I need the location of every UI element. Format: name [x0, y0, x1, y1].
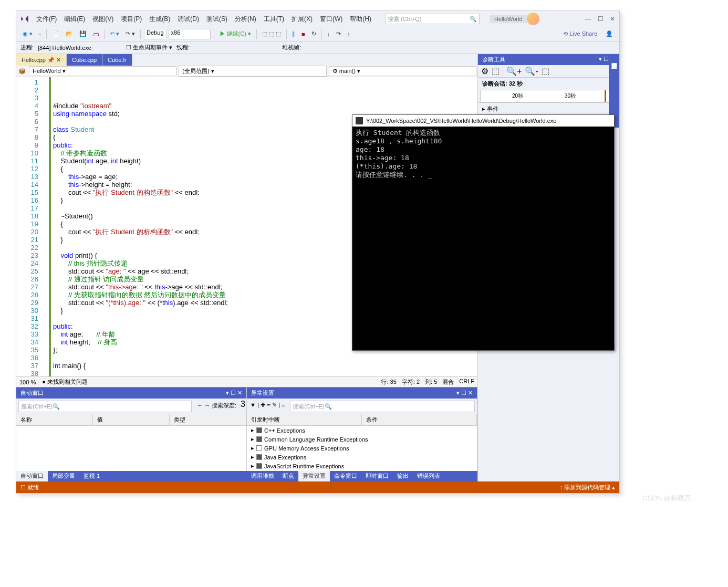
save-all-icon[interactable]: 🗃	[91, 30, 101, 38]
undo-icon[interactable]: ↶ ▾	[108, 29, 121, 38]
panel-controls[interactable]: ▾ ☐ ✕	[226, 390, 242, 396]
exception-search[interactable]: 搜索(Ctrl+E) 🔍	[290, 401, 475, 412]
bottom-tab[interactable]: 错误列表	[413, 471, 444, 481]
column-header[interactable]: 名称	[16, 414, 93, 425]
console-titlebar[interactable]: Y:\002_WorkSpace\002_VS\HelloWorld\Hello…	[352, 115, 614, 127]
column-header[interactable]: 引发时中断	[247, 414, 362, 425]
panel-controls[interactable]: ▾ ☐ ✕	[456, 390, 473, 396]
menu-item[interactable]: 文件(F)	[33, 13, 60, 26]
menu-item[interactable]: 测试(S)	[203, 13, 231, 26]
zoom-level[interactable]: 100 %	[19, 379, 36, 385]
bottom-tab[interactable]: 即时窗口	[361, 471, 393, 481]
menu-item[interactable]: 项目(P)	[118, 13, 145, 26]
file-tab[interactable]: Cube.cpp	[67, 54, 102, 66]
exception-row[interactable]: ▸ Common Language Runtime Exceptions	[247, 435, 477, 444]
config-dropdown[interactable]: Debug	[144, 29, 166, 39]
issues-indicator[interactable]: ● 未找到相关问题	[42, 378, 88, 386]
zoom-out-icon[interactable]: 🔍-	[525, 66, 538, 76]
line-ending[interactable]: CRLF	[459, 378, 474, 386]
feedback-icon[interactable]: 👤	[604, 29, 615, 38]
exception-row[interactable]: ▸ JavaScript Runtime Exceptions	[247, 462, 477, 470]
cursor-line: 行: 35	[381, 378, 396, 386]
pause-icon[interactable]: ‖	[290, 29, 297, 38]
panel-title: 异常设置	[251, 389, 274, 397]
diag-timeline[interactable]: 20秒 30秒	[480, 90, 617, 102]
continue-button[interactable]: ▶ 继续(C) ▾	[217, 29, 253, 39]
menu-item[interactable]: 工具(T)	[261, 13, 287, 26]
nav-forward-icon[interactable]: ◦	[37, 30, 43, 38]
cursor-char: 字符: 2	[402, 378, 420, 386]
debug-step-icons[interactable]: ⬚ ⬚ ⬚	[260, 29, 283, 38]
column-header[interactable]: 类型	[170, 414, 246, 425]
step-over-icon[interactable]: ↷	[334, 29, 343, 38]
save-icon[interactable]: 💾	[77, 29, 89, 38]
gear-icon[interactable]: ⚙	[481, 66, 488, 76]
menu-item[interactable]: 窗口(W)	[317, 13, 346, 26]
file-tab[interactable]: Hello.cpp 📌 ✕	[16, 54, 67, 66]
nav-back-icon[interactable]: ◉ ▾	[20, 29, 35, 38]
statusbar: ☐ 就绪 ↑ 添加到源代码管理 ▴	[16, 481, 619, 493]
file-tabs: Hello.cpp 📌 ✕Cube.cppCube.h	[16, 54, 477, 66]
bottom-tab[interactable]: 自动窗口	[16, 471, 48, 481]
select-tools-icon[interactable]: ⬚	[492, 66, 500, 76]
menu-item[interactable]: 生成(B)	[146, 13, 173, 26]
add-source-control[interactable]: ↑ 添加到源代码管理 ▴	[559, 484, 615, 491]
step-into-icon[interactable]: ↓	[325, 30, 332, 38]
bottom-tab[interactable]: 异常设置	[298, 471, 330, 481]
restart-icon[interactable]: ↻	[309, 29, 318, 38]
indent-mode[interactable]: 混合	[442, 378, 454, 386]
user-avatar[interactable]	[527, 13, 539, 25]
quick-search[interactable]: 搜索 (Ctrl+Q)🔍	[385, 14, 480, 24]
menu-item[interactable]: 帮助(H)	[347, 13, 375, 26]
bottom-tab[interactable]: 调用堆栈	[247, 471, 278, 481]
status-ready: ☐ 就绪	[20, 484, 39, 491]
menu-item[interactable]: 分析(N)	[232, 13, 259, 26]
search-icon: 🔍	[470, 16, 477, 23]
exception-row[interactable]: ▸ Java Exceptions	[247, 453, 477, 462]
platform-dropdown[interactable]: x86	[169, 29, 211, 39]
close-icon[interactable]: ✕	[610, 15, 615, 23]
console-output: 执行 Student 的构造函数 s.age18 , s.height180 a…	[352, 127, 614, 181]
console-title-text: Y:\002_WorkSpace\002_VS\HelloWorld\Hello…	[366, 118, 556, 124]
bottom-tab[interactable]: 局部变量	[48, 471, 79, 481]
new-file-icon[interactable]: 📄	[50, 29, 61, 38]
menu-item[interactable]: 扩展(X)	[288, 13, 316, 26]
diag-events[interactable]: ▸ 事件	[478, 102, 619, 115]
vs-logo-icon	[20, 15, 29, 23]
step-out-icon[interactable]: ↑	[345, 30, 352, 38]
file-tab[interactable]: Cube.h	[102, 54, 132, 66]
exception-row[interactable]: ▸ GPU Memory Access Exceptions	[247, 444, 477, 453]
nav-project[interactable]: HelloWorld ▾	[29, 66, 176, 76]
bottom-tab[interactable]: 命令窗口	[330, 471, 361, 481]
menu-item[interactable]: 编辑(E)	[61, 13, 88, 26]
line-gutter: 1234567891011121314151617181920212223242…	[16, 77, 43, 376]
tick-label: 30秒	[565, 92, 576, 100]
open-icon[interactable]: 📂	[64, 29, 75, 38]
column-header[interactable]: 值	[93, 414, 170, 425]
menu-item[interactable]: 调试(D)	[174, 13, 202, 26]
console-window[interactable]: Y:\002_WorkSpace\002_VS\HelloWorld\Hello…	[352, 114, 615, 351]
nav-scope[interactable]: (全局范围) ▾	[179, 66, 326, 77]
live-share-button[interactable]: ⟲ Live Share	[559, 29, 601, 38]
bottom-tab[interactable]: 监视 1	[79, 471, 104, 481]
filter-icons[interactable]: ▼ | ✚ ━ ✎ | ≡	[248, 400, 287, 413]
process-dropdown[interactable]: [844] HelloWorld.exe	[38, 45, 122, 51]
column-header[interactable]: 条件	[362, 414, 477, 425]
zoom-in-icon[interactable]: 🔍+	[506, 66, 522, 76]
menu-item[interactable]: 视图(V)	[89, 13, 117, 26]
reset-zoom-icon[interactable]: ⬚	[542, 66, 549, 76]
autos-search[interactable]: 搜索(Ctrl+E) 🔍	[18, 401, 192, 412]
redo-icon[interactable]: ↷ ▾	[123, 29, 137, 38]
outline-margin[interactable]	[43, 77, 49, 376]
exception-row[interactable]: ▸ C++ Exceptions	[247, 426, 477, 435]
stop-icon[interactable]: ■	[299, 30, 307, 38]
bottom-tab[interactable]: 输出	[393, 471, 413, 481]
depth-label: ← → 搜索深度:	[195, 400, 238, 413]
minimize-icon[interactable]: —	[585, 15, 591, 23]
maximize-icon[interactable]: ☐	[598, 15, 604, 23]
lifecycle-label: ☐ 生命周期事件 ▾	[126, 44, 172, 51]
nav-member[interactable]: ⚙ main() ▾	[329, 66, 476, 76]
bottom-tab[interactable]: 断点	[278, 471, 298, 481]
depth-dropdown[interactable]: 3	[241, 400, 245, 413]
diag-session: 诊断会话: 32 秒	[478, 78, 619, 90]
